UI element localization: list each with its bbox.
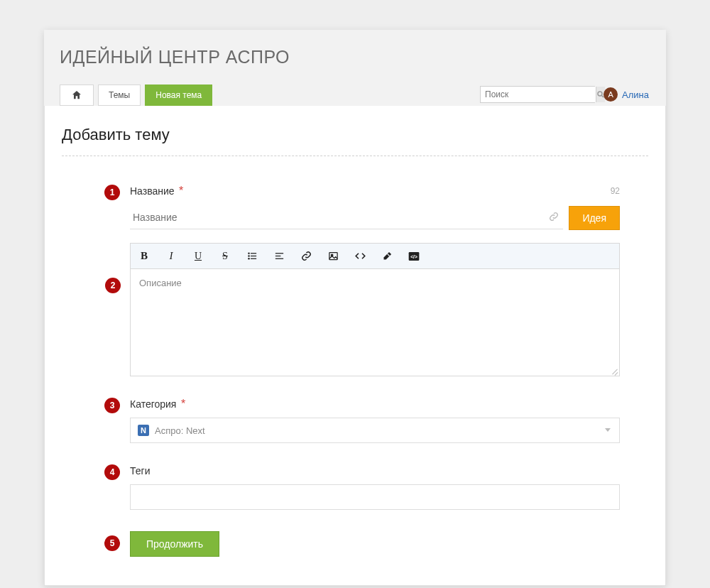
field-category: 3 Категория * N Аспро: Next bbox=[130, 398, 620, 443]
description-textarea[interactable]: Описание bbox=[131, 269, 619, 376]
chevron-down-icon bbox=[605, 428, 611, 432]
category-selected-value: Аспро: Next bbox=[155, 425, 205, 436]
search-box bbox=[480, 86, 595, 103]
svg-point-4 bbox=[248, 255, 250, 257]
strikethrough-icon[interactable]: S bbox=[219, 250, 231, 263]
tab-home[interactable] bbox=[60, 85, 94, 106]
eraser-icon[interactable] bbox=[381, 250, 393, 263]
site-title: ИДЕЙНЫЙ ЦЕНТР АСПРО bbox=[44, 30, 666, 83]
svg-rect-11 bbox=[329, 253, 337, 260]
image-icon[interactable] bbox=[327, 250, 339, 263]
search-input[interactable] bbox=[481, 87, 596, 102]
align-icon[interactable] bbox=[273, 250, 285, 263]
field-title: 1 Название * 92 Идея 2 bbox=[130, 185, 620, 376]
italic-icon[interactable]: I bbox=[165, 250, 178, 263]
home-icon bbox=[71, 89, 82, 101]
field-submit: 5 Продолжить bbox=[130, 531, 620, 557]
tab-themes[interactable]: Темы bbox=[98, 85, 141, 106]
label-category: Категория bbox=[130, 398, 176, 410]
tags-input[interactable] bbox=[130, 484, 620, 510]
code-icon[interactable] bbox=[354, 250, 366, 263]
svg-rect-3 bbox=[251, 253, 256, 254]
rich-text-editor: 2 B I U S bbox=[130, 243, 620, 376]
label-tags: Теги bbox=[130, 465, 150, 477]
bold-icon[interactable]: B bbox=[138, 250, 151, 263]
svg-rect-9 bbox=[275, 256, 280, 256]
link-icon[interactable] bbox=[300, 250, 312, 263]
step-badge-4: 4 bbox=[104, 464, 120, 480]
app-frame: ИДЕЙНЫЙ ЦЕНТР АСПРО Темы Новая тема А Ал… bbox=[44, 30, 666, 586]
step-badge-5: 5 bbox=[104, 535, 120, 551]
page-title: Добавить тему bbox=[62, 126, 648, 156]
underline-icon[interactable]: U bbox=[192, 250, 204, 263]
editor-toolbar: B I U S bbox=[131, 244, 619, 269]
svg-point-0 bbox=[598, 92, 602, 96]
svg-rect-10 bbox=[275, 258, 283, 259]
char-counter: 92 bbox=[611, 186, 620, 196]
title-input[interactable] bbox=[130, 207, 563, 229]
svg-text:</>: </> bbox=[410, 254, 417, 258]
resize-handle-icon[interactable] bbox=[611, 367, 618, 374]
main-panel: Добавить тему 1 Название * 92 Идея bbox=[44, 106, 666, 586]
required-mark: * bbox=[179, 185, 183, 197]
tab-new-theme[interactable]: Новая тема bbox=[145, 85, 212, 106]
svg-rect-7 bbox=[251, 258, 256, 259]
field-tags: 4 Теги bbox=[130, 464, 620, 510]
nav-bar: Темы Новая тема А Алина bbox=[44, 83, 666, 106]
svg-rect-8 bbox=[275, 253, 283, 254]
user-name-link[interactable]: Алина bbox=[622, 89, 649, 100]
new-topic-form: 1 Название * 92 Идея 2 bbox=[62, 156, 648, 557]
category-option-icon: N bbox=[138, 425, 149, 436]
html-icon[interactable]: </> bbox=[408, 250, 420, 263]
idea-button[interactable]: Идея bbox=[569, 206, 620, 230]
svg-point-6 bbox=[248, 258, 250, 260]
svg-rect-5 bbox=[251, 256, 256, 256]
description-placeholder: Описание bbox=[139, 278, 182, 288]
label-title: Название bbox=[130, 185, 175, 197]
required-mark: * bbox=[181, 398, 185, 410]
avatar[interactable]: А bbox=[604, 87, 618, 102]
category-select[interactable]: N Аспро: Next bbox=[130, 418, 620, 443]
list-icon[interactable] bbox=[246, 250, 258, 263]
continue-button[interactable]: Продолжить bbox=[130, 531, 219, 557]
step-badge-1: 1 bbox=[104, 185, 120, 200]
svg-point-2 bbox=[248, 253, 250, 255]
step-badge-3: 3 bbox=[104, 398, 120, 413]
step-badge-2: 2 bbox=[105, 278, 121, 293]
permalink-icon[interactable] bbox=[549, 212, 559, 222]
